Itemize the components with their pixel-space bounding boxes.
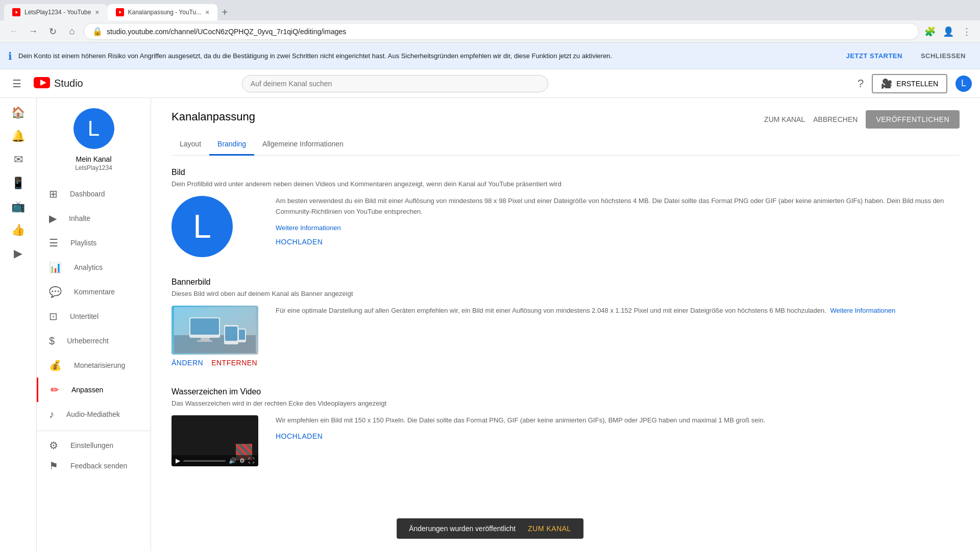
watermark-section: Wasserzeichen im Video Das Wasserzeichen… [172, 387, 960, 466]
nav-item-playlists[interactable]: ☰ Playlists [37, 231, 151, 255]
nav-label-einstellungen: Einstellungen [70, 441, 113, 449]
svg-rect-15 [239, 330, 245, 340]
banner-entfernen-button[interactable]: ENTFERNEN [211, 359, 257, 367]
tab-1-favicon [12, 8, 20, 16]
toast-button[interactable]: ZUM KANAL [528, 524, 571, 533]
nav-item-dashboard[interactable]: ⊞ Dashboard [37, 182, 151, 206]
watermark-desc: Das Wasserzeichen wird in der rechten Ec… [172, 399, 960, 407]
svg-rect-13 [225, 327, 237, 341]
analytics-icon: 📊 [49, 261, 62, 273]
icon-social[interactable]: 📱 [3, 172, 34, 194]
bild-avatar: L [172, 196, 233, 257]
nav-label-anpassen: Anpassen [71, 386, 103, 394]
nav-item-einstellungen[interactable]: ⚙ Einstellungen [37, 435, 151, 456]
banner-aendern-button[interactable]: ÄNDERN [172, 359, 203, 367]
nav-label-audio: Audio-Mediathek [66, 410, 120, 418]
home-button[interactable]: ⌂ [64, 24, 80, 39]
tab-2[interactable]: Kanalanpassung - YouTu... × [108, 4, 218, 20]
nav-item-inhalte[interactable]: ▶ Inhalte [37, 206, 151, 231]
channel-avatar: L [74, 108, 114, 149]
watermark-upload-button[interactable]: HOCHLADEN [276, 432, 323, 440]
new-tab-button[interactable]: + [217, 7, 232, 18]
nav-label-kommentare: Kommentare [74, 288, 115, 296]
address-bar[interactable]: 🔒 studio.youtube.com/channel/UCocN6zQPHQ… [84, 23, 919, 40]
banner-preview: ÄNDERN ENTFERNEN [172, 306, 263, 367]
info-icon: ℹ [8, 50, 12, 62]
anpassen-icon: ✏ [51, 384, 59, 396]
bild-desc: Dein Profilbild wird unter anderem neben… [172, 180, 960, 188]
icon-channel[interactable]: 📺 [3, 196, 34, 217]
nav-label-untertitel: Untertitel [70, 312, 99, 320]
tab-2-close[interactable]: × [205, 8, 209, 16]
nav-item-audio[interactable]: ♪ Audio-Mediathek [37, 402, 151, 427]
watermark-title: Wasserzeichen im Video [172, 387, 960, 396]
refresh-button[interactable]: ↻ [45, 24, 60, 39]
fullscreen-icon: ⛶ [248, 457, 254, 464]
studio-label: Studio [54, 78, 83, 89]
nav-label-analytics: Analytics [74, 263, 103, 271]
volume-icon: 🔊 [229, 457, 236, 464]
bild-upload-button[interactable]: HOCHLADEN [276, 238, 323, 246]
watermark-content: ▶ 🔊 ⚙ ⛶ Wir empfehlen ein Bild mit 150 x… [172, 415, 960, 466]
icon-likes[interactable]: 👍 [3, 219, 34, 241]
bild-section: Bild Dein Profilbild wird unter anderem … [172, 168, 960, 257]
tab-1-close[interactable]: × [95, 8, 99, 16]
youtube-logo [34, 77, 50, 90]
create-label: ERSTELLEN [896, 80, 938, 88]
toast-message: Änderungen wurden veröffentlicht [409, 524, 516, 533]
inhalte-icon: ▶ [49, 212, 57, 224]
security-close-button[interactable]: SCHLIESSEN [915, 48, 972, 64]
browser-chrome: LetsPlay1234 - YouTube × Kanalanpassung … [0, 0, 980, 43]
bild-image: L [172, 196, 263, 257]
forward-button[interactable]: → [26, 24, 41, 39]
icon-notifications[interactable]: 🔔 [3, 126, 34, 147]
profile-button[interactable]: 👤 [941, 24, 955, 39]
likes-icon: 👍 [11, 223, 25, 237]
nav-item-kommentare[interactable]: 💬 Kommentare [37, 280, 151, 304]
settings-icon: ⚙ [239, 457, 245, 464]
nav-item-analytics[interactable]: 📊 Analytics [37, 255, 151, 280]
search-input[interactable] [242, 75, 548, 92]
camera-icon: 🎥 [881, 78, 892, 89]
back-button[interactable]: ← [6, 24, 21, 39]
tab-layout[interactable]: Layout [172, 134, 209, 156]
nav-label-inhalte: Inhalte [69, 214, 90, 222]
zum-kanal-link[interactable]: ZUM KANAL [764, 115, 805, 123]
extensions-button[interactable]: 🧩 [923, 24, 937, 39]
social-icon: 📱 [11, 177, 25, 190]
tab-bar: LetsPlay1234 - YouTube × Kanalanpassung … [0, 0, 980, 20]
lock-icon: 🔒 [92, 27, 103, 36]
banner-desc: Dieses Bild wird oben auf deinem Kanal a… [172, 290, 960, 297]
tab-branding[interactable]: Branding [209, 134, 254, 156]
urheberrecht-icon: $ [49, 335, 55, 347]
icon-messages[interactable]: ✉ [3, 149, 34, 170]
create-button[interactable]: 🎥 ERSTELLEN [872, 74, 947, 93]
menu-button[interactable]: ⋮ [960, 24, 974, 39]
help-icon[interactable]: ? [857, 77, 864, 90]
banner-info-link[interactable]: Weitere Informationen [830, 307, 896, 314]
nav-item-untertitel[interactable]: ⊡ Untertitel [37, 304, 151, 329]
playlists-icon: ☰ [49, 237, 58, 249]
dashboard-icon: ⊞ [49, 188, 58, 200]
nav-divider [37, 431, 151, 431]
veroeffentlichen-button[interactable]: VERÖFFENTLICHEN [866, 110, 960, 129]
hamburger-menu[interactable]: ☰ [8, 73, 26, 94]
bild-info-link[interactable]: Weitere Informationen [276, 224, 341, 232]
bild-info: Am besten verwendest du ein Bild mit ein… [276, 196, 960, 246]
url-display: studio.youtube.com/channel/UCocN6zQPHQZ_… [107, 28, 346, 36]
security-start-button[interactable]: JETZT STARTEN [840, 48, 909, 64]
nav-item-anpassen[interactable]: ✏ Anpassen [37, 378, 151, 402]
abbrechen-link[interactable]: ABBRECHEN [813, 115, 857, 123]
nav-item-monetarisierung[interactable]: 💰 Monetarisierung [37, 353, 151, 378]
feedback-icon: ⚑ [49, 460, 58, 472]
icon-home[interactable]: 🏠 [3, 102, 34, 123]
nav-item-feedback[interactable]: ⚑ Feedback senden [37, 456, 151, 476]
user-avatar[interactable]: L [955, 76, 972, 92]
icon-arrow[interactable]: ▶ [3, 243, 34, 264]
nav-item-urheberrecht[interactable]: $ Urheberrecht [37, 329, 151, 353]
nav-label-feedback: Feedback senden [70, 462, 127, 470]
tab-1[interactable]: LetsPlay1234 - YouTube × [4, 4, 108, 20]
channel-name: Mein Kanal [76, 155, 111, 163]
tab-allgemeine[interactable]: Allgemeine Informationen [254, 134, 352, 156]
nav-label-monetarisierung: Monetarisierung [74, 361, 125, 369]
